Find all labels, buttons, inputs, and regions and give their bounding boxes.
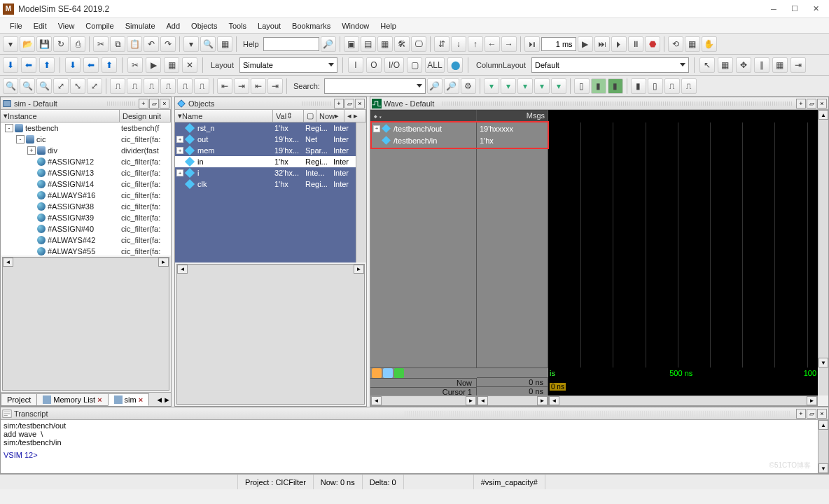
transcript-prompt[interactable]: VSIM 12> bbox=[4, 451, 38, 459]
find-icon[interactable]: 🔍 bbox=[200, 36, 216, 52]
wave-signal-names[interactable]: ⬥▾ +/testbench/out /testbench/in bbox=[370, 110, 477, 368]
align-icon[interactable]: ∥ bbox=[754, 57, 769, 73]
menu-help[interactable]: Help bbox=[375, 20, 402, 31]
sim-tree-row[interactable]: #ALWAYS#16cic_filter(fa: bbox=[1, 190, 171, 201]
objects-hscroll[interactable]: ◄► bbox=[176, 264, 365, 405]
wave-panel-undock-button[interactable]: ▱ bbox=[807, 99, 816, 108]
search-opt-icon[interactable]: ⚙ bbox=[461, 78, 476, 94]
close-window-button[interactable]: ✕ bbox=[805, 2, 826, 16]
refresh-icon[interactable]: ↻ bbox=[53, 36, 69, 52]
sim-tree-row[interactable]: #ASSIGN#13cic_filter(fa: bbox=[1, 167, 171, 178]
objects-col-name[interactable]: ▾Name bbox=[175, 110, 273, 122]
sim-tree-row[interactable]: #ASSIGN#12cic_filter(fa: bbox=[1, 156, 171, 167]
nav-a-icon[interactable]: ⇤ bbox=[217, 78, 232, 94]
objects-col-now[interactable]: Now▸ bbox=[316, 110, 344, 122]
wave-next-icon[interactable]: ▶ bbox=[146, 57, 161, 73]
menu-edit[interactable]: Edit bbox=[28, 20, 53, 31]
objects-list[interactable]: rst_n1'hxRegi...Inter+out19'hx...NetInte… bbox=[175, 122, 356, 262]
wave-signal-name-0[interactable]: +/testbench/out bbox=[370, 122, 476, 134]
tree-expander[interactable]: - bbox=[5, 124, 13, 132]
continue-icon[interactable]: ⏵ bbox=[611, 36, 627, 52]
wave-vscroll[interactable]: ▲ ▼ bbox=[818, 110, 828, 368]
stop-icon[interactable]: ⬣ bbox=[645, 36, 660, 52]
wave-footer-ruler[interactable]: is 500 ns 100 0 ns bbox=[548, 368, 818, 396]
sim-tabs-right[interactable]: ► bbox=[163, 396, 171, 404]
wave-fb-icon-a[interactable] bbox=[372, 368, 382, 378]
link-icon[interactable]: ⇵ bbox=[434, 36, 450, 52]
tab-sim-close[interactable]: × bbox=[139, 396, 143, 404]
back-icon[interactable]: ← bbox=[485, 36, 500, 52]
wave-panel-header[interactable]: Wave - Default + ▱ × bbox=[370, 97, 828, 110]
tree-expander[interactable]: - bbox=[16, 135, 25, 144]
stack-icon[interactable]: ▤ bbox=[361, 36, 376, 52]
sim-col-design-unit[interactable]: Design unit bbox=[120, 110, 171, 122]
sim-panel-add-button[interactable]: + bbox=[139, 99, 148, 108]
sim-hscroll[interactable]: ◄► bbox=[2, 257, 169, 391]
menu-layout[interactable]: Layout bbox=[252, 20, 286, 31]
tab-project[interactable]: Project bbox=[1, 393, 37, 406]
wave-fb-icon-c[interactable] bbox=[394, 368, 404, 378]
wave-plot-area[interactable] bbox=[548, 110, 818, 368]
copy-icon[interactable]: ⧉ bbox=[110, 36, 125, 52]
wave-mode-icon[interactable]: ⇥ bbox=[790, 57, 806, 73]
cursor-add-icon[interactable]: ⬇ bbox=[3, 57, 18, 73]
hand-icon[interactable]: ✋ bbox=[702, 36, 717, 52]
zoom-c-icon[interactable]: ⤢ bbox=[87, 78, 102, 94]
menu-simulate[interactable]: Simulate bbox=[120, 20, 161, 31]
up-icon[interactable]: ↑ bbox=[468, 36, 483, 52]
sim-tree-row[interactable]: #ASSIGN#14cic_filter(fa: bbox=[1, 178, 171, 190]
tab-memory-list[interactable]: Memory List× bbox=[36, 393, 108, 406]
sim-tree-row[interactable]: #ALWAYS#42cic_filter(fa: bbox=[1, 234, 171, 246]
zoom-in-icon[interactable]: 🔍 bbox=[3, 78, 18, 94]
undo-icon[interactable]: ↶ bbox=[144, 36, 159, 52]
bookmark-d-icon[interactable]: ▾ bbox=[534, 78, 550, 94]
run-icon[interactable]: ▶ bbox=[578, 36, 593, 52]
objects-panel-undock-button[interactable]: ▱ bbox=[344, 99, 354, 108]
sim-tree-row[interactable]: #ALWAYS#55cic_filter(fa: bbox=[1, 246, 171, 255]
objects-row[interactable]: rst_n1'hxRegi...Inter bbox=[175, 122, 356, 134]
transcript-panel-header[interactable]: Transcript + ▱ × bbox=[1, 407, 828, 420]
edge-e-icon[interactable]: ⎍ bbox=[177, 78, 193, 94]
zoom-full-icon[interactable]: 🔍 bbox=[36, 78, 52, 94]
monitor-icon[interactable]: 🖵 bbox=[411, 36, 426, 52]
menu-view[interactable]: View bbox=[53, 20, 81, 31]
objects-row[interactable]: +out19'hx...NetInter bbox=[175, 134, 356, 145]
search-input[interactable] bbox=[324, 78, 426, 94]
sig-b-icon[interactable]: ▯ bbox=[648, 78, 663, 94]
menu-window[interactable]: Window bbox=[336, 20, 375, 31]
wave-cursor-value[interactable]: 0 ns bbox=[477, 386, 548, 396]
cursor-c-icon[interactable]: ⬆ bbox=[102, 57, 117, 73]
objects-panel-header[interactable]: Objects + ▱ × bbox=[175, 97, 366, 110]
paste-icon[interactable]: 📋 bbox=[127, 36, 142, 52]
compile-icon[interactable]: ▾ bbox=[183, 36, 199, 52]
transcript-vscroll[interactable]: ▲ ▼ bbox=[818, 420, 828, 473]
sig-d-icon[interactable]: ⎍ bbox=[681, 78, 697, 94]
zoom-b-icon[interactable]: ⤡ bbox=[70, 78, 85, 94]
objects-expander[interactable]: + bbox=[176, 169, 183, 176]
wave-signal-name-1[interactable]: /testbench/in bbox=[370, 134, 476, 146]
break-icon[interactable]: ⏸ bbox=[628, 36, 643, 52]
nav-d-icon[interactable]: ⇥ bbox=[267, 78, 283, 94]
sim-tree-row[interactable]: #ASSIGN#38cic_filter(fa: bbox=[1, 201, 171, 212]
wave-cursor-tag[interactable]: 0 ns bbox=[550, 383, 566, 391]
zoom-a-icon[interactable]: ⤢ bbox=[53, 78, 69, 94]
minimize-button[interactable]: ─ bbox=[763, 2, 784, 16]
wrench-icon[interactable]: 🛠 bbox=[394, 36, 410, 52]
menu-add[interactable]: Add bbox=[161, 20, 186, 31]
sim-tree-row[interactable]: #ASSIGN#39cic_filter(fa: bbox=[1, 212, 171, 223]
cursor-prev-icon[interactable]: ⬅ bbox=[21, 57, 36, 73]
objects-row[interactable]: clk1'hxRegi...Inter bbox=[175, 178, 356, 190]
objects-col-kind-icon[interactable]: ▢ bbox=[304, 110, 316, 122]
chip-icon[interactable]: ▦ bbox=[377, 36, 393, 52]
search-prev-icon[interactable]: 🔎 bbox=[444, 78, 459, 94]
objects-panel-close-button[interactable]: × bbox=[355, 99, 365, 108]
sim-col-instance[interactable]: ▾Instance bbox=[1, 110, 120, 122]
help-search-go-icon[interactable]: 🔎 bbox=[321, 36, 336, 52]
tab-sim[interactable]: sim× bbox=[108, 393, 150, 406]
redo-icon[interactable]: ↷ bbox=[160, 36, 176, 52]
wave-panel-close-button[interactable]: × bbox=[817, 99, 827, 108]
maximize-button[interactable]: ☐ bbox=[784, 2, 805, 16]
tree-expander[interactable]: + bbox=[27, 146, 36, 155]
forward-icon[interactable]: → bbox=[501, 36, 517, 52]
bookmark-b-icon[interactable]: ▾ bbox=[501, 78, 516, 94]
